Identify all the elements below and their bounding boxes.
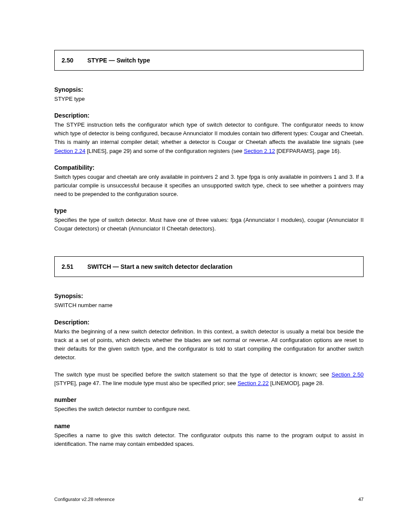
synopsis-label: Synopsis: bbox=[54, 86, 364, 93]
compatibility-text: Switch types cougar and cheetah are only… bbox=[54, 173, 364, 199]
footer-right: 47 bbox=[358, 497, 364, 502]
cross-reference-link[interactable]: Section 2.12 bbox=[244, 148, 275, 154]
cross-reference-link[interactable]: Section 2.22 bbox=[237, 380, 268, 386]
section-title: SWITCH — Start a new switch detector dec… bbox=[87, 263, 233, 270]
section-heading-switch: 2.51 SWITCH — Start a new switch detecto… bbox=[54, 256, 364, 277]
section-heading-stype: 2.50 STYPE — Switch type bbox=[54, 50, 364, 71]
synopsis-code: SWITCH number name bbox=[54, 301, 364, 310]
synopsis-code: STYPE type bbox=[54, 95, 364, 103]
arg-name-text: Specifies a name to give this switch det… bbox=[54, 431, 364, 448]
arg-number-label: number bbox=[54, 396, 364, 403]
synopsis-label: Synopsis: bbox=[54, 292, 364, 299]
description-text: The STYPE instruction tells the configur… bbox=[54, 121, 364, 156]
description-text-1: Marks the beginning of a new switch dete… bbox=[54, 327, 364, 362]
arg-type-text: Specifies the type of switch detector. M… bbox=[54, 216, 364, 233]
cross-reference-link[interactable]: Section 2.50 bbox=[332, 371, 364, 378]
section-number: 2.50 bbox=[62, 57, 73, 64]
arg-number-text: Specifies the switch detector number to … bbox=[54, 405, 364, 414]
description-label: Description: bbox=[54, 319, 364, 326]
arg-type-label: type bbox=[54, 207, 364, 214]
description-text-2: The switch type must be specified before… bbox=[54, 370, 364, 388]
footer-left: Configurator v2.28 reference bbox=[54, 497, 115, 502]
section-title: STYPE — Switch type bbox=[87, 57, 150, 64]
document-page: 2.50 STYPE — Switch type Synopsis: STYPE… bbox=[0, 0, 411, 448]
page-footer: Configurator v2.28 reference 47 bbox=[54, 497, 364, 502]
compatibility-label: Compatibility: bbox=[54, 164, 364, 171]
arg-name-label: name bbox=[54, 423, 364, 429]
description-label: Description: bbox=[54, 112, 364, 119]
cross-reference-link[interactable]: Section 2.24 bbox=[54, 148, 85, 154]
section-number: 2.51 bbox=[62, 263, 73, 270]
